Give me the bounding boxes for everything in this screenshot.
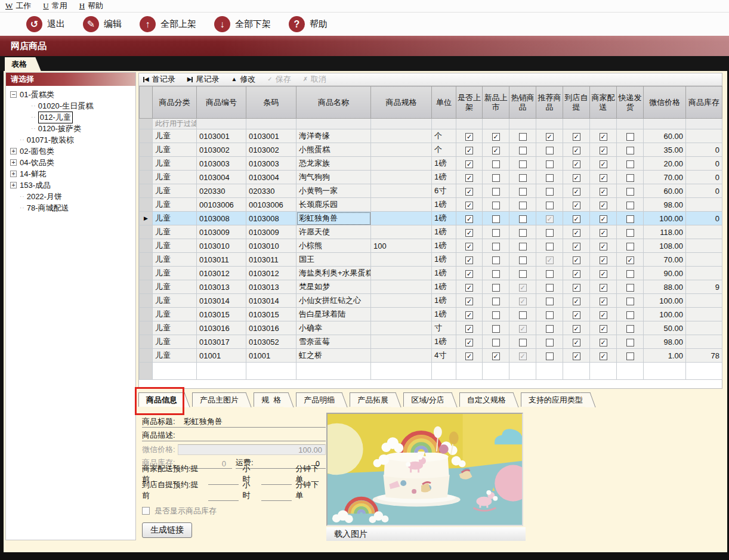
checkbox-new[interactable]	[492, 311, 500, 319]
grid-cell-category[interactable]: 儿童	[153, 184, 197, 198]
checkbox-recommend[interactable]: ✓	[546, 133, 554, 141]
row-selector-cell[interactable]	[140, 225, 153, 239]
checkbox-delivery[interactable]: ✓	[600, 174, 607, 182]
checkbox-delivery[interactable]: ✓	[600, 325, 607, 333]
grid-cell-spec[interactable]	[371, 349, 432, 363]
checkbox-recommend[interactable]	[546, 298, 554, 305]
detail-tab-支持的应用类型[interactable]: 支持的应用类型	[521, 392, 588, 407]
load-image-button[interactable]: 载入图片	[326, 527, 526, 541]
stock-value[interactable]: 0	[222, 459, 232, 468]
grid-cell-category[interactable]: 儿童	[153, 308, 197, 321]
checkbox-delivery[interactable]: ✓	[600, 270, 607, 278]
grid-cell-category[interactable]: 儿童	[153, 335, 197, 349]
collapse-icon[interactable]: −	[10, 91, 17, 98]
checkbox-express[interactable]	[626, 202, 634, 209]
menu-item-工作[interactable]: W工作	[5, 1, 31, 11]
checkbox-pickup[interactable]: ✓	[573, 133, 580, 141]
row-selector-cell[interactable]	[140, 129, 153, 143]
tree-item-01071-散装棕[interactable]: ··01071-散装棕	[10, 134, 134, 146]
checkbox-new[interactable]	[492, 202, 500, 209]
checkbox-express[interactable]: ✓	[626, 256, 634, 264]
filter-cell[interactable]	[563, 119, 590, 129]
checkbox-recommend[interactable]	[546, 160, 554, 168]
grid-cell-barcode[interactable]: 0103052	[246, 335, 296, 349]
grid-cell-stock[interactable]	[686, 239, 722, 253]
toolbar-button-全部下架[interactable]: ↓全部下架	[214, 16, 271, 32]
grid-cell-code[interactable]: 0103001	[197, 129, 246, 143]
checkbox-delivery[interactable]: ✓	[600, 298, 607, 305]
grid-cell-name[interactable]: 小黄鸭一家	[296, 184, 371, 198]
detail-tab-产品主图片[interactable]: 产品主图片	[192, 392, 243, 407]
checkbox-hot[interactable]	[519, 160, 527, 168]
grid-toolbar-尾记录[interactable]: ▶尾记录	[187, 74, 220, 85]
grid-cell-code[interactable]: 0103009	[197, 225, 246, 239]
checkbox-express[interactable]	[626, 174, 634, 182]
checkbox-onsale[interactable]: ✓	[465, 147, 473, 154]
grid-cell-spec[interactable]	[371, 321, 432, 335]
grid-cell-stock[interactable]	[686, 321, 722, 335]
checkbox-new[interactable]	[492, 339, 500, 346]
grid-cell-price[interactable]: 100.00	[644, 212, 686, 225]
grid-cell-stock[interactable]	[686, 267, 722, 280]
expand-icon[interactable]: +	[10, 159, 17, 166]
checkbox-express[interactable]	[626, 243, 634, 250]
grid-cell-name[interactable]: 海洋奇缘	[296, 129, 371, 143]
grid-cell-name[interactable]: 梵星如梦	[296, 280, 371, 294]
checkbox-new[interactable]	[492, 160, 500, 168]
row-selector-cell[interactable]	[140, 280, 153, 294]
checkbox-pickup[interactable]: ✓	[573, 298, 580, 305]
checkbox-new[interactable]	[492, 243, 500, 250]
tree-item-2022-月饼[interactable]: ··2022-月饼	[10, 191, 134, 202]
checkbox-new[interactable]	[492, 325, 500, 333]
grid-cell-unit[interactable]: 1磅	[432, 335, 456, 349]
checkbox-delivery[interactable]: ✓	[600, 229, 607, 237]
expand-icon[interactable]: +	[10, 182, 17, 188]
checkbox-onsale[interactable]: ✓	[465, 215, 473, 223]
detail-tab-产品拓展[interactable]: 产品拓展	[350, 392, 393, 407]
grid-cell-stock[interactable]: 0	[686, 212, 722, 225]
menu-item-帮助[interactable]: H帮助	[79, 1, 103, 11]
checkbox-express[interactable]	[626, 311, 634, 319]
filter-cell[interactable]	[246, 119, 296, 129]
grid-cell-code[interactable]: 00103006	[197, 198, 246, 212]
grid-cell-stock[interactable]	[686, 225, 722, 239]
grid-cell-barcode[interactable]: 0103001	[246, 129, 296, 143]
tree-item-01020-生日蛋糕[interactable]: ··01020-生日蛋糕	[10, 100, 134, 112]
grid-cell-name[interactable]: 恐龙家族	[296, 157, 371, 171]
checkbox-onsale[interactable]: ✓	[465, 325, 473, 333]
grid-cell-price[interactable]: 70.00	[644, 171, 686, 184]
checkbox-hot[interactable]	[519, 188, 527, 196]
filter-cell[interactable]	[432, 119, 456, 129]
checkbox-pickup[interactable]: ✓	[573, 174, 580, 182]
grid-cell-code[interactable]: 0103016	[197, 321, 246, 335]
grid-cell-stock[interactable]: 78	[686, 349, 722, 363]
grid-cell-spec[interactable]	[371, 198, 432, 212]
checkbox-recommend[interactable]	[546, 284, 554, 292]
tree-item-012-儿童[interactable]: ··012-儿童	[10, 112, 134, 123]
checkbox-delivery[interactable]: ✓	[600, 133, 607, 141]
grid-cell-price[interactable]: 100.00	[644, 308, 686, 321]
pickup-hours-input[interactable]	[208, 491, 239, 501]
row-selector-cell[interactable]	[140, 157, 153, 171]
grid-cell-code[interactable]: 0103004	[197, 171, 246, 184]
grid-cell-unit[interactable]: 1磅	[432, 280, 456, 294]
filter-cell[interactable]	[617, 119, 644, 129]
grid-cell-spec[interactable]	[371, 184, 432, 198]
checkbox-onsale[interactable]: ✓	[465, 202, 473, 209]
checkbox-delivery[interactable]: ✓	[600, 243, 607, 250]
filter-cell[interactable]	[590, 119, 617, 129]
checkbox-pickup[interactable]: ✓	[573, 229, 580, 237]
grid-cell-barcode[interactable]: 0103016	[246, 321, 296, 335]
row-selector-cell[interactable]	[140, 308, 153, 321]
checkbox-recommend[interactable]	[546, 352, 554, 360]
tree-item-02-面包类[interactable]: +02-面包类	[10, 146, 134, 157]
filter-cell[interactable]	[483, 119, 509, 129]
checkbox-express[interactable]	[626, 270, 634, 278]
grid-cell-category[interactable]: 儿童	[153, 321, 197, 335]
grid-cell-barcode[interactable]: 0103008	[246, 212, 296, 225]
checkbox-new[interactable]	[492, 215, 500, 223]
checkbox-pickup[interactable]: ✓	[573, 243, 580, 250]
tree-item-04-饮品类[interactable]: +04-饮品类	[10, 157, 134, 168]
grid-cell-code[interactable]: 0103002	[197, 143, 246, 157]
grid-cell-unit[interactable]: 1磅	[432, 239, 456, 253]
